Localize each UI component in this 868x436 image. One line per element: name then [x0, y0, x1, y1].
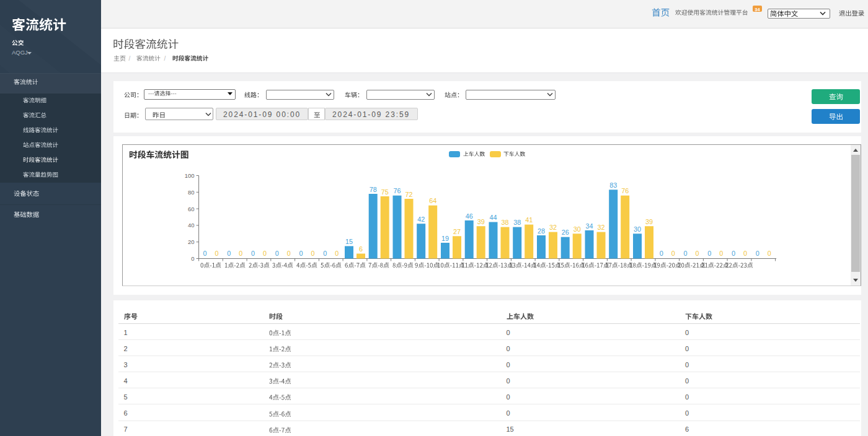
svg-text:0: 0 [768, 250, 771, 257]
svg-text:0: 0 [227, 250, 231, 257]
svg-text:39: 39 [477, 218, 485, 225]
svg-text:78: 78 [370, 186, 377, 193]
svg-text:80: 80 [188, 189, 195, 196]
svg-text:27: 27 [453, 228, 461, 235]
svg-text:32: 32 [549, 224, 557, 231]
svg-text:40: 40 [188, 222, 195, 229]
svg-text:0: 0 [323, 250, 327, 257]
svg-text:20: 20 [188, 238, 195, 245]
svg-text:41: 41 [525, 216, 533, 224]
svg-text:72: 72 [405, 191, 412, 198]
svg-text:34: 34 [585, 222, 593, 230]
svg-text:75: 75 [381, 188, 389, 196]
svg-text:60: 60 [188, 206, 195, 212]
svg-text:39: 39 [645, 218, 653, 225]
svg-text:83: 83 [609, 181, 617, 189]
svg-text:28: 28 [538, 227, 545, 235]
svg-text:15: 15 [345, 238, 353, 245]
svg-text:26: 26 [562, 229, 569, 236]
svg-text:38: 38 [501, 219, 508, 226]
svg-text:6: 6 [359, 245, 363, 253]
svg-text:19: 19 [441, 235, 449, 242]
svg-text:0: 0 [263, 250, 267, 257]
svg-text:0: 0 [215, 250, 218, 257]
svg-text:0: 0 [203, 250, 206, 257]
svg-text:0: 0 [683, 250, 687, 257]
svg-text:38: 38 [513, 219, 521, 226]
svg-text:44: 44 [489, 214, 497, 221]
svg-text:0: 0 [275, 250, 279, 257]
svg-text:0: 0 [732, 250, 735, 257]
svg-text:0: 0 [671, 250, 675, 257]
svg-text:0: 0 [660, 250, 663, 257]
svg-text:0: 0 [287, 250, 291, 257]
svg-text:100: 100 [185, 172, 195, 179]
svg-text:0: 0 [719, 250, 723, 257]
svg-text:0: 0 [695, 250, 699, 257]
svg-text:0: 0 [335, 250, 339, 257]
svg-text:0: 0 [756, 250, 760, 257]
svg-text:0: 0 [191, 255, 194, 262]
svg-text:0: 0 [311, 250, 314, 257]
svg-text:0: 0 [299, 250, 303, 257]
svg-text:0: 0 [743, 250, 747, 257]
svg-text:30: 30 [574, 225, 581, 233]
svg-text:0: 0 [239, 250, 242, 257]
svg-text:76: 76 [621, 187, 629, 194]
svg-text:0: 0 [251, 250, 255, 257]
svg-text:46: 46 [466, 212, 473, 220]
svg-text:30: 30 [634, 225, 641, 233]
svg-text:76: 76 [393, 187, 401, 194]
svg-text:0: 0 [707, 250, 711, 257]
svg-text:42: 42 [417, 216, 425, 223]
svg-text:32: 32 [597, 224, 604, 231]
svg-text:64: 64 [429, 197, 436, 204]
